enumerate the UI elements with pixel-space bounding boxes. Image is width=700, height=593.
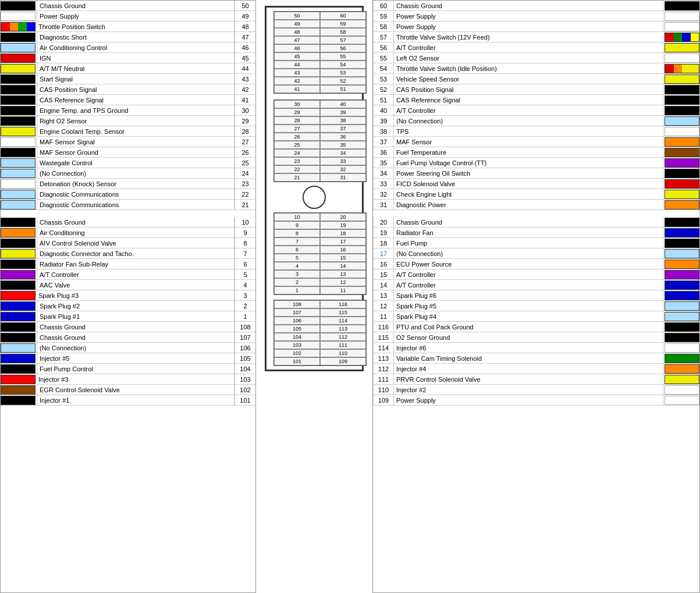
- pin-label: Diagnostic Short: [37, 32, 234, 42]
- color-bar: [665, 270, 699, 279]
- connector-key-circle: [303, 186, 326, 209]
- color-bar: [1, 260, 35, 269]
- pin-cell: 56: [320, 44, 366, 52]
- color-bar: [665, 200, 699, 209]
- table-row: 14A/T Controller: [373, 280, 699, 290]
- pin-cell: 2: [274, 278, 320, 286]
- pin-number: 105: [234, 353, 255, 363]
- pin-number: 11: [373, 311, 394, 321]
- pin-label: CAS Position Signal: [37, 84, 234, 94]
- pin-number: 20: [373, 217, 394, 227]
- pin-number: 60: [373, 1, 394, 10]
- pin-number: 43: [234, 74, 255, 84]
- color-bar: [665, 364, 699, 374]
- pin-label: Injector #3: [35, 374, 234, 384]
- pin-grid: 1081161071151061141051131041121031111021…: [273, 300, 367, 366]
- pin-label: A/T M/T Neutral: [37, 63, 234, 73]
- table-row: 18Fuel Pump: [373, 238, 699, 248]
- color-bar: [665, 354, 699, 363]
- color-bar: [665, 116, 699, 126]
- pin-number: 109: [373, 395, 394, 405]
- pin-cell: 25: [274, 141, 320, 149]
- color-bar: [1, 364, 35, 374]
- table-row: 60Chassis Ground: [373, 1, 699, 11]
- table-row: EGR Control Solenoid Valve102: [1, 385, 255, 395]
- table-row: 114Injector #6: [373, 343, 699, 353]
- pin-label: CAS Position Signal: [394, 84, 663, 94]
- pin-label: Radiator Fan: [394, 228, 663, 237]
- pin-label: Injector #6: [394, 343, 663, 353]
- pin-label: Fuel Temperature: [394, 147, 663, 157]
- pin-label: PTU and Coil Pack Ground: [394, 322, 663, 332]
- pin-number: 106: [234, 343, 255, 353]
- table-row: AIV Control Solenoid Valve8: [1, 238, 255, 248]
- pin-cell: 39: [320, 108, 366, 116]
- table-row: MAF Sensor Ground26: [1, 147, 255, 158]
- pin-cell: 42: [274, 77, 320, 85]
- pin-number: 102: [234, 385, 255, 395]
- color-bar: [1, 95, 35, 105]
- color-bar: [665, 74, 699, 84]
- pin-label: Spark Plug #1: [37, 311, 234, 321]
- pin-number: 17: [373, 248, 394, 258]
- pin-label: Wastegate Control: [37, 158, 234, 168]
- pin-label: PRVR Control Solenoid Valve: [394, 374, 663, 384]
- pin-cell: 36: [320, 133, 366, 141]
- pin-label: Chassis Ground: [37, 322, 234, 332]
- table-row: (No Connection)106: [1, 343, 255, 353]
- pin-cell: 53: [320, 69, 366, 77]
- color-bar: [1, 169, 35, 178]
- pin-cell: 47: [274, 36, 320, 44]
- pin-number: 59: [373, 11, 394, 21]
- table-row: 55Left O2 Sensor: [373, 53, 699, 63]
- pin-cell: 5: [274, 254, 320, 262]
- table-row: Right O2 Sensor29: [1, 116, 255, 126]
- color-bar: [1, 301, 35, 311]
- pin-number: 56: [373, 42, 394, 52]
- color-bar: [665, 12, 699, 21]
- pin-label: Right O2 Sensor: [37, 116, 234, 126]
- pin-cell: 104: [274, 333, 320, 341]
- pin-label: A/T Controller: [394, 42, 663, 52]
- pin-number: 9: [234, 228, 255, 237]
- connector-diagram: 5060495948584757465645554454435342524151…: [265, 6, 364, 371]
- table-row: 16ECU Power Source: [373, 259, 699, 269]
- table-row: 110Injector #2: [373, 385, 699, 395]
- pin-number: 7: [234, 248, 255, 258]
- color-bar: [1, 228, 35, 237]
- table-row: Diagnostic Short47: [1, 32, 255, 42]
- table-row: A/T M/T Neutral44: [1, 63, 255, 74]
- pin-number: 22: [234, 189, 255, 199]
- pin-label: Injector #5: [37, 353, 234, 363]
- table-row: 109Power Supply: [373, 395, 699, 406]
- pin-number: 12: [373, 301, 394, 311]
- pin-number: 49: [234, 11, 255, 21]
- pin-label: Variable Cam Timing Solenoid: [394, 353, 663, 363]
- pin-number: 54: [373, 63, 394, 73]
- pin-number: 113: [373, 353, 394, 363]
- color-bar: [1, 375, 35, 384]
- pin-number: 47: [234, 32, 255, 42]
- color-bar: [665, 137, 699, 147]
- pin-cell: 48: [274, 28, 320, 36]
- pin-label: A/T Controller: [394, 280, 663, 290]
- pin-number: 19: [373, 228, 394, 237]
- color-bar: [1, 270, 35, 279]
- pin-label: A/T Controller: [37, 269, 234, 279]
- pin-cell: 60: [320, 12, 366, 20]
- pin-number: 21: [234, 200, 255, 209]
- pin-label: Radiator Fan Sub-Relay: [37, 259, 234, 269]
- table-row: Injector #3103: [1, 374, 255, 385]
- pin-label: ECU Power Source: [394, 259, 663, 269]
- pin-label: Spark Plug #5: [394, 301, 663, 311]
- color-bar: [1, 280, 35, 290]
- color-bar: [1, 333, 35, 342]
- pin-number: 13: [373, 290, 394, 300]
- pin-cell: 51: [320, 85, 366, 93]
- pin-cell: 8: [274, 229, 320, 237]
- color-bar: [1, 106, 35, 115]
- table-row: 36Fuel Temperature: [373, 147, 699, 158]
- pin-cell: 38: [320, 116, 366, 125]
- table-row: 53Vehicle Speed Sensor: [373, 74, 699, 84]
- table-row: 57Throttle Valve Switch (12V Feed): [373, 32, 699, 42]
